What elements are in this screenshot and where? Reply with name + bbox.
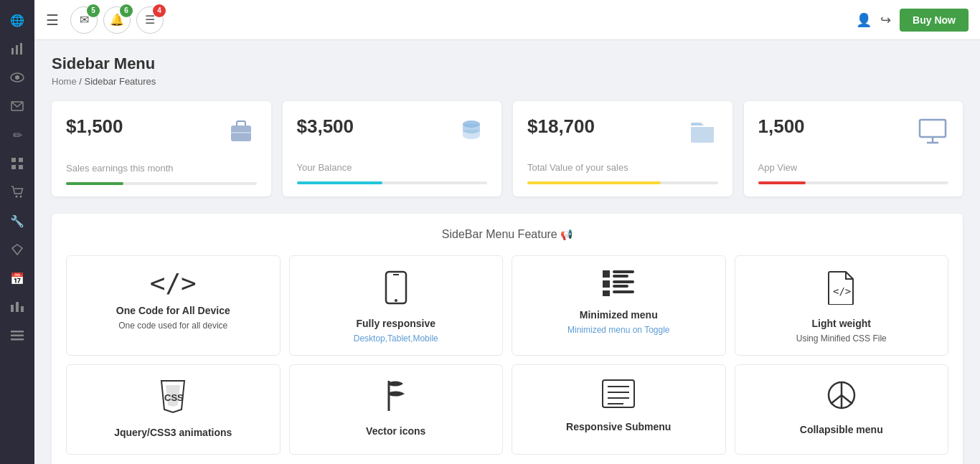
codefile-icon: </> [827, 270, 856, 309]
sidebar-icon-mail[interactable] [4, 93, 30, 119]
stat-label-1: Sales earnings this month [66, 163, 257, 174]
content-area: Sidebar Menu Home / Sidebar Features $1,… [34, 40, 980, 464]
stat-bar-bg-4 [758, 181, 949, 184]
buy-now-button[interactable]: Buy Now [900, 9, 969, 32]
briefcase-icon [225, 115, 257, 154]
sidebar-icon-globe[interactable]: 🌐 [4, 7, 30, 33]
css3-icon: CSS [159, 379, 187, 418]
sidebar-icon-calendar[interactable]: 📅 [4, 265, 30, 291]
svg-point-10 [16, 196, 18, 198]
svg-rect-28 [603, 270, 610, 278]
stat-top-1: $1,500 [66, 115, 257, 154]
breadcrumb-home[interactable]: Home [52, 76, 77, 87]
sidebar-icon-barchart[interactable] [4, 294, 30, 320]
feature-card-submenu: Responsive Submenu [512, 364, 726, 455]
stat-value-3: $18,700 [527, 115, 595, 138]
svg-point-4 [15, 75, 19, 80]
logout-icon[interactable]: ↪ [880, 12, 891, 28]
svg-rect-30 [613, 275, 628, 278]
folder-icon [687, 115, 718, 153]
bell-badge: 6 [120, 4, 133, 17]
feature-name-minimized: Minimized menu [580, 309, 658, 321]
sidebar-icon-wrench[interactable]: 🔧 [4, 208, 30, 234]
mail-button[interactable]: ✉ 5 [70, 6, 98, 34]
svg-rect-14 [16, 302, 19, 312]
sidebar-icon-edit[interactable]: ✏ [4, 122, 30, 148]
feature-desc-lightweight: Using Minified CSS File [796, 333, 887, 344]
svg-rect-7 [19, 158, 23, 162]
svg-rect-19 [231, 126, 251, 141]
stat-top-4: 1,500 [758, 115, 949, 153]
stat-label-3: Total Value of your sales [527, 162, 718, 173]
svg-rect-9 [19, 165, 23, 169]
stat-value-1: $1,500 [66, 115, 123, 138]
svg-rect-8 [11, 165, 16, 169]
breadcrumb-current: Sidebar Features [85, 76, 156, 87]
stat-bar-bg-3 [527, 181, 718, 184]
svg-rect-34 [603, 290, 610, 296]
stat-top-2: $3,500 [297, 115, 488, 153]
code-icon: </> [150, 270, 197, 296]
feature-desc-onecode: One code used for all device [118, 321, 227, 331]
user-icon[interactable]: 👤 [856, 12, 872, 28]
breadcrumb: Home / Sidebar Features [52, 76, 963, 87]
feature-grid: </> One Code for All Device One code use… [66, 255, 948, 455]
stat-bar-4 [758, 181, 806, 184]
svg-rect-16 [11, 331, 24, 333]
flag-icon [383, 379, 409, 417]
feature-name-lightweight: Light weight [812, 318, 871, 329]
breadcrumb-sep: / [77, 76, 85, 87]
feature-name-collapsible: Collapsible menu [800, 424, 883, 435]
svg-rect-6 [11, 158, 16, 162]
list-button[interactable]: ☰ 4 [136, 6, 164, 34]
svg-line-50 [842, 395, 852, 404]
bell-button[interactable]: 🔔 6 [103, 6, 131, 34]
svg-line-49 [831, 395, 842, 404]
mail-badge: 5 [87, 4, 100, 17]
svg-rect-17 [11, 335, 24, 337]
nav-icons: ✉ 5 🔔 6 ☰ 4 [70, 6, 164, 34]
list-grid-icon [603, 270, 634, 300]
sidebar-icon-menu[interactable] [4, 323, 30, 349]
sidebar-icon-chart[interactable] [4, 36, 30, 62]
feature-desc-responsive: Desktop,Tablet,Mobile [354, 333, 438, 344]
monitor-icon [917, 115, 948, 153]
feature-card-onecode: </> One Code for All Device One code use… [66, 255, 281, 356]
svg-rect-29 [613, 270, 634, 273]
svg-rect-13 [11, 305, 14, 312]
sidebar-icon-eye[interactable] [4, 65, 30, 90]
sidebar-icon-cart[interactable] [4, 179, 30, 205]
feature-name-responsive: Fully responsive [357, 318, 435, 329]
stat-label-4: App View [758, 162, 949, 173]
feature-desc-minimized: Minimized menu on Toggle [567, 325, 670, 335]
svg-rect-0 [11, 48, 14, 55]
mobile-icon [385, 270, 407, 309]
peace-icon [826, 379, 857, 415]
hamburger-button[interactable]: ☰ [46, 11, 59, 29]
feature-card-responsive: Fully responsive Desktop,Tablet,Mobile [289, 255, 504, 356]
svg-rect-25 [386, 272, 406, 303]
stat-card-appview: 1,500 App View [744, 101, 963, 197]
sidebar-icon-grid[interactable] [4, 151, 30, 176]
svg-rect-31 [603, 280, 610, 288]
submenu-icon [602, 379, 635, 412]
feature-section-title: SideBar Menu Feature 📢 [66, 228, 948, 241]
stat-bar-bg-1 [66, 182, 257, 185]
navbar-right: 👤 ↪ Buy Now [856, 9, 969, 32]
sidebar-icon-diamond[interactable] [4, 237, 30, 262]
database-icon [456, 115, 487, 153]
stat-card-total: $18,700 Total Value of your sales [513, 101, 732, 197]
svg-marker-12 [12, 245, 22, 255]
svg-rect-32 [613, 280, 634, 283]
feature-name-css3: Jquery/CSS3 animations [114, 427, 232, 438]
sidebar: 🌐 ✏ 🔧 📅 [0, 0, 34, 464]
svg-rect-15 [21, 306, 24, 312]
svg-point-11 [20, 196, 22, 198]
stat-label-2: Your Balance [297, 162, 488, 173]
stat-bar-bg-2 [297, 181, 488, 184]
navbar-left: ☰ ✉ 5 🔔 6 ☰ 4 [46, 6, 164, 34]
svg-rect-35 [613, 290, 634, 293]
svg-rect-2 [20, 43, 22, 55]
feature-card-minimized: Minimized menu Minimized menu on Toggle [512, 255, 726, 356]
svg-text:</>: </> [833, 285, 851, 297]
